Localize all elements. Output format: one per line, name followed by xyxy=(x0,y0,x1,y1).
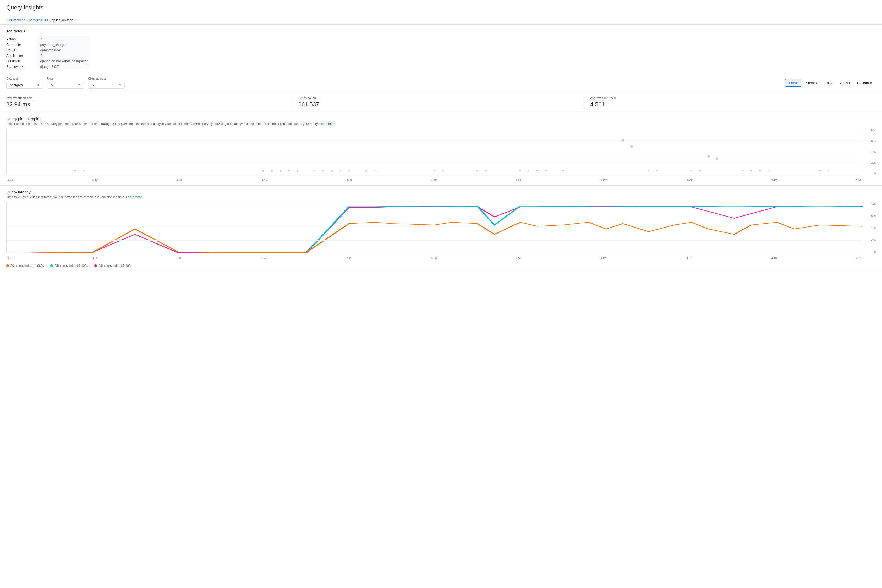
client-address-filter-label: Client address xyxy=(88,77,125,80)
tag-table-row: Route'demo/charge' xyxy=(6,47,90,53)
x-label-345: 3:45 xyxy=(346,178,352,181)
database-select[interactable]: postgres ▼ xyxy=(6,81,43,89)
scatter-dot-17[interactable] xyxy=(485,170,487,171)
lat-x-405: 4:05 xyxy=(687,256,692,260)
scatter-dot-4[interactable] xyxy=(280,170,281,172)
scatter-dot-16[interactable] xyxy=(476,170,478,171)
breadcrumb-sep-2: › xyxy=(47,18,48,22)
scatter-dot-27[interactable] xyxy=(691,170,692,171)
scatter-dot-0[interactable] xyxy=(74,170,76,171)
scatter-dot-31[interactable] xyxy=(759,170,761,171)
scatter-dot-2[interactable] xyxy=(263,170,264,172)
lat-y-40s: 40s xyxy=(871,226,876,230)
p99-line xyxy=(6,206,862,253)
scatter-dot-1[interactable] xyxy=(83,170,84,171)
client-address-value: All xyxy=(92,83,95,87)
scatter-dot-13[interactable] xyxy=(374,170,376,171)
time-btn-1-hour[interactable]: 1 hour xyxy=(785,79,801,87)
tag-table-row: Application' ' xyxy=(6,53,90,58)
scatter-dot-18[interactable] xyxy=(520,170,521,171)
user-filter-label: User xyxy=(47,77,84,80)
scatter-dot-19[interactable] xyxy=(528,170,529,171)
lat-x-350: 3:50 xyxy=(431,256,437,260)
scatter-dot-28[interactable] xyxy=(699,170,701,171)
scatter-dot-14[interactable] xyxy=(434,170,435,171)
user-select[interactable]: All ▼ xyxy=(47,81,84,89)
query-plan-title: Query plan samples xyxy=(6,117,876,121)
scatter-dot-30[interactable] xyxy=(750,170,752,171)
legend-dot-2 xyxy=(94,264,97,267)
scatter-dot-12[interactable] xyxy=(365,170,367,172)
breadcrumb-postgres13[interactable]: postgres13 xyxy=(29,18,45,22)
scatter-dot-5[interactable] xyxy=(288,170,290,171)
scatter-dot-21[interactable] xyxy=(545,170,547,171)
scatter-dot-25[interactable] xyxy=(648,170,649,171)
y-label-0: 0 xyxy=(874,172,876,175)
lat-x-4pm: 4 PM xyxy=(601,256,607,260)
scatter-dot-7[interactable] xyxy=(314,170,316,171)
user-arrow-icon: ▼ xyxy=(78,84,80,86)
legend-row: 50th percentile: 14.680s 95th percentile… xyxy=(6,262,876,270)
time-btn-7-days[interactable]: 7 days xyxy=(836,79,853,87)
x-label-405: 4:05 xyxy=(687,178,692,181)
breadcrumb-current: Application tags xyxy=(49,18,74,22)
scatter-dot-11[interactable] xyxy=(348,170,350,171)
scatter-dot-32[interactable] xyxy=(768,170,769,171)
tag-details-section: Tag details Action' 'Controller'payment_… xyxy=(0,25,882,74)
metric-item-2: Avg rows returned 4.561 xyxy=(590,96,876,108)
scatter-dot-8[interactable] xyxy=(323,170,324,171)
time-btn-custom[interactable]: Custom ▼ xyxy=(854,79,876,87)
scatter-dot-24[interactable] xyxy=(630,145,633,148)
scatter-dot-6[interactable] xyxy=(297,170,298,172)
tag-table-row: Action' ' xyxy=(6,36,90,42)
scatter-dot-20[interactable] xyxy=(536,170,538,171)
scatter-dot-23[interactable] xyxy=(622,139,624,142)
time-btn-1-day[interactable]: 1 day xyxy=(821,79,836,87)
legend-label-1: 95th percentile: 67.109s xyxy=(54,264,88,267)
x-label-355: 3:55 xyxy=(516,178,521,181)
breadcrumb-all-instances[interactable]: All instances xyxy=(6,18,26,22)
scatter-dot-15[interactable] xyxy=(442,170,444,171)
page-title: Query Insights xyxy=(6,4,876,11)
scatter-dot-35[interactable] xyxy=(819,170,821,171)
lat-x-410: 4:10 xyxy=(771,256,777,260)
query-latency-section: Query latency Time taken by queries that… xyxy=(0,186,882,272)
query-plan-learn-more[interactable]: Learn more xyxy=(319,122,335,126)
x-label-4pm: 4 PM xyxy=(601,178,607,181)
database-arrow-icon: ▼ xyxy=(37,84,39,86)
scatter-dot-10[interactable] xyxy=(340,170,341,171)
scatter-dot-22[interactable] xyxy=(562,170,564,171)
query-plan-section: Query plan samples Select one of the dot… xyxy=(0,112,882,186)
scatter-dot-34[interactable] xyxy=(716,158,718,160)
legend-dot-1 xyxy=(50,264,53,267)
x-label-350: 3:50 xyxy=(431,178,437,181)
metric-label-2: Avg rows returned xyxy=(590,96,869,100)
scatter-dot-9[interactable] xyxy=(331,170,333,172)
client-address-select[interactable]: All ▼ xyxy=(88,81,125,89)
lat-x-325: 3:25 xyxy=(8,256,13,260)
scatter-dot-26[interactable] xyxy=(657,170,658,171)
metric-label-1: Times called xyxy=(298,96,578,100)
metric-item-1: Times called 661,537 xyxy=(298,96,584,108)
legend-label-0: 50th percentile: 14.680s xyxy=(11,264,44,267)
p95-line xyxy=(6,206,862,253)
legend-item-1: 95th percentile: 67.109s xyxy=(50,264,88,267)
p50-line xyxy=(6,222,862,253)
scatter-dot-33[interactable] xyxy=(707,155,710,158)
database-filter-group: Database postgres ▼ xyxy=(6,77,43,89)
x-label-340: 3:40 xyxy=(262,178,267,181)
metric-value-1: 661,537 xyxy=(298,101,578,108)
scatter-dot-29[interactable] xyxy=(742,170,744,171)
scatter-dot-36[interactable] xyxy=(828,170,829,171)
time-btn-6-hours[interactable]: 6 hours xyxy=(802,79,820,87)
breadcrumb: All instances › postgres13 › Application… xyxy=(0,15,882,25)
x-label-410: 4:10 xyxy=(771,178,777,181)
tag-details-title: Tag details xyxy=(6,29,876,33)
metric-value-0: 32.94 ms xyxy=(6,101,285,108)
scatter-dot-3[interactable] xyxy=(271,170,273,172)
client-address-arrow-icon: ▼ xyxy=(119,84,121,86)
metric-label-0: Avg execution time xyxy=(6,96,285,100)
page-header: Query Insights xyxy=(0,0,882,15)
query-latency-learn-more[interactable]: Learn more xyxy=(126,195,142,199)
lat-x-330: 3:30 xyxy=(92,256,98,260)
